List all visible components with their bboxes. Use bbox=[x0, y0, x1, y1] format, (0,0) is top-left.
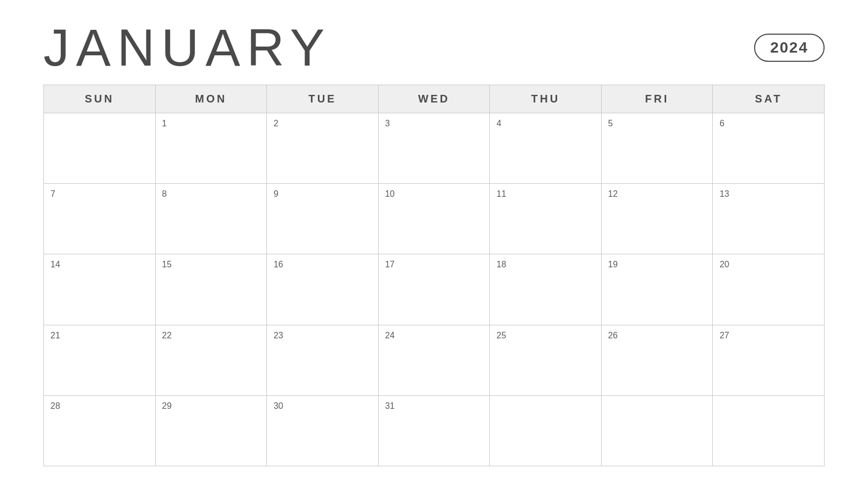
weekday-header-wed: WED bbox=[379, 85, 490, 113]
day-cell-8[interactable]: 8 bbox=[156, 184, 267, 254]
day-cell-24[interactable]: 24 bbox=[379, 325, 490, 396]
weekday-header-tue: TUE bbox=[267, 85, 379, 113]
day-cell-6[interactable]: 6 bbox=[713, 113, 825, 184]
day-cell-11[interactable]: 11 bbox=[490, 184, 602, 254]
day-cell-13[interactable]: 13 bbox=[713, 184, 825, 254]
weekday-header-sun: SUN bbox=[44, 85, 156, 113]
day-cell-14[interactable]: 14 bbox=[44, 254, 156, 325]
day-number: 15 bbox=[162, 260, 260, 269]
day-cell-empty[interactable] bbox=[44, 113, 156, 184]
weekday-header-thu: THU bbox=[490, 85, 602, 113]
day-cell-15[interactable]: 15 bbox=[156, 254, 267, 325]
day-number: 18 bbox=[496, 260, 595, 269]
day-cell-10[interactable]: 10 bbox=[379, 184, 490, 254]
day-number: 5 bbox=[608, 119, 706, 129]
day-number: 30 bbox=[273, 401, 372, 411]
year-badge: 2024 bbox=[754, 34, 825, 62]
day-cell-5[interactable]: 5 bbox=[602, 113, 713, 184]
day-number: 11 bbox=[496, 189, 595, 199]
day-cell-27[interactable]: 27 bbox=[713, 325, 825, 396]
day-number: 28 bbox=[50, 401, 149, 411]
day-cell-29[interactable]: 29 bbox=[156, 396, 267, 466]
day-number: 2 bbox=[273, 119, 372, 129]
day-cell-16[interactable]: 16 bbox=[267, 254, 379, 325]
day-number: 17 bbox=[385, 260, 483, 269]
day-number: 24 bbox=[385, 331, 483, 341]
day-number: 4 bbox=[496, 119, 595, 129]
day-cell-28[interactable]: 28 bbox=[44, 396, 156, 466]
day-cell-20[interactable]: 20 bbox=[713, 254, 825, 325]
day-number: 8 bbox=[162, 189, 260, 199]
day-cell-19[interactable]: 19 bbox=[602, 254, 713, 325]
day-number: 25 bbox=[496, 331, 595, 341]
day-cell-12[interactable]: 12 bbox=[602, 184, 713, 254]
day-number: 19 bbox=[608, 260, 706, 269]
day-number: 26 bbox=[608, 331, 706, 341]
day-number: 10 bbox=[385, 189, 483, 199]
day-number: 29 bbox=[162, 401, 260, 411]
weekday-header-mon: MON bbox=[156, 85, 267, 113]
day-cell-25[interactable]: 25 bbox=[490, 325, 602, 396]
day-cell-empty[interactable] bbox=[713, 396, 825, 466]
day-cell-31[interactable]: 31 bbox=[379, 396, 490, 466]
day-number: 3 bbox=[385, 119, 483, 129]
day-number: 9 bbox=[273, 189, 372, 199]
day-cell-26[interactable]: 26 bbox=[602, 325, 713, 396]
day-cell-17[interactable]: 17 bbox=[379, 254, 490, 325]
calendar-grid: SUNMONTUEWEDTHUFRISAT1234567891011121314… bbox=[43, 85, 825, 466]
day-cell-4[interactable]: 4 bbox=[490, 113, 602, 184]
day-cell-2[interactable]: 2 bbox=[267, 113, 379, 184]
day-cell-22[interactable]: 22 bbox=[156, 325, 267, 396]
month-title: JANUARY bbox=[43, 22, 331, 74]
day-number: 14 bbox=[50, 260, 149, 269]
weekday-header-sat: SAT bbox=[713, 85, 825, 113]
day-number: 31 bbox=[385, 401, 483, 411]
day-number: 12 bbox=[608, 189, 706, 199]
weekday-header-fri: FRI bbox=[602, 85, 713, 113]
day-cell-23[interactable]: 23 bbox=[267, 325, 379, 396]
day-number: 23 bbox=[273, 331, 372, 341]
day-cell-30[interactable]: 30 bbox=[267, 396, 379, 466]
day-cell-1[interactable]: 1 bbox=[156, 113, 267, 184]
day-number: 21 bbox=[50, 331, 149, 341]
day-cell-empty[interactable] bbox=[602, 396, 713, 466]
day-number: 27 bbox=[719, 331, 818, 341]
day-number: 13 bbox=[719, 189, 818, 199]
day-number: 1 bbox=[162, 119, 260, 129]
day-cell-9[interactable]: 9 bbox=[267, 184, 379, 254]
day-number: 16 bbox=[273, 260, 372, 269]
day-number: 22 bbox=[162, 331, 260, 341]
day-cell-empty[interactable] bbox=[490, 396, 602, 466]
day-number: 7 bbox=[50, 189, 149, 199]
day-number: 6 bbox=[719, 119, 818, 129]
day-number: 20 bbox=[719, 260, 818, 269]
calendar-header: JANUARY 2024 bbox=[43, 22, 825, 74]
day-cell-7[interactable]: 7 bbox=[44, 184, 156, 254]
day-cell-3[interactable]: 3 bbox=[379, 113, 490, 184]
day-cell-18[interactable]: 18 bbox=[490, 254, 602, 325]
day-cell-21[interactable]: 21 bbox=[44, 325, 156, 396]
